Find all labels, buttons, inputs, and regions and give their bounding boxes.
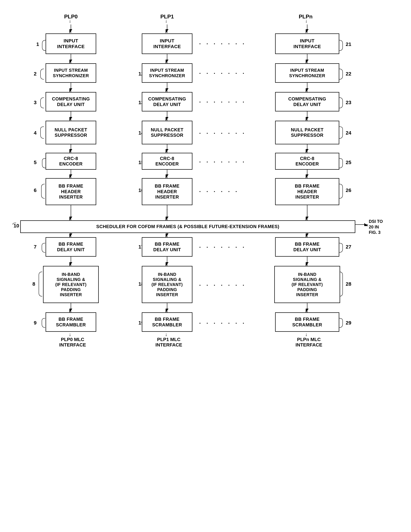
- block-input-interface-n: INPUTINTERFACE: [275, 33, 339, 54]
- mlc-label-1: PLP1 MLCINTERFACE: [145, 337, 192, 348]
- block-inband-n: IN-BANDSIGNALING &(IF RELEVANT)PADDINGIN…: [274, 266, 340, 303]
- mlc-label-0: PLP0 MLCINTERFACE: [49, 337, 96, 348]
- num-7: 7: [34, 244, 37, 250]
- num-21: 21: [346, 41, 351, 47]
- block-crc8-0: CRC-8ENCODER: [46, 153, 96, 170]
- diagram: PLP0 ↓ PLP1 ↓ PLPn ↓ 1 INPUTINTERFACE 11…: [0, 0, 411, 532]
- block-crc8-1: CRC-8ENCODER: [142, 153, 192, 170]
- block-bb-scrambler-0: BB FRAMESCRAMBLER: [46, 312, 96, 332]
- dots-r1: · · · · · · ·: [199, 40, 246, 47]
- num-6: 6: [34, 187, 37, 193]
- arrow-down-n: ↓: [305, 332, 308, 337]
- num-28: 28: [346, 281, 351, 287]
- block-inband-1: IN-BANDSIGNALING &(IF RELEVANT)PADDINGIN…: [142, 266, 192, 303]
- block-bb-header-1: BB FRAMEHEADERINSERTER: [142, 178, 192, 205]
- plp0-arrow-label: ↓: [69, 18, 71, 24]
- block-null-packet-0: NULL PACKETSUPPRESSOR: [46, 121, 96, 144]
- block-bb-delay-0: BB FRAMEDELAY UNIT: [46, 237, 96, 257]
- mlc-label-n: PLPn MLCINTERFACE: [277, 337, 341, 348]
- dots-r3: · · · · · · ·: [199, 99, 246, 105]
- num-22: 22: [346, 71, 351, 77]
- block-bb-header-0: BB FRAMEHEADERINSERTER: [46, 178, 96, 205]
- block-stream-sync-0: INPUT STREAMSYNCHRONIZER: [46, 63, 96, 83]
- block-inband-0: IN-BANDSIGNALING &(IF RELEVANT)PADDINGIN…: [43, 266, 99, 303]
- num-25: 25: [346, 160, 351, 165]
- block-null-packet-1: NULL PACKETSUPPRESSOR: [142, 121, 192, 144]
- dots-r2: · · · · · · ·: [199, 70, 246, 77]
- dots-r9: · · · · · · ·: [199, 320, 246, 326]
- num-26: 26: [346, 187, 351, 193]
- arrow-down-1: ↓: [165, 332, 168, 337]
- dots-r7: · · · · · · ·: [199, 244, 246, 251]
- block-stream-sync-n: INPUT STREAMSYNCHRONIZER: [275, 63, 339, 83]
- block-comp-delay-0: COMPENSATINGDELAY UNIT: [46, 92, 96, 111]
- dots-r4: · · · · · · ·: [199, 130, 246, 137]
- block-stream-sync-1: INPUT STREAMSYNCHRONIZER: [142, 63, 192, 83]
- block-bb-header-n: BB FRAMEHEADERINSERTER: [275, 178, 339, 205]
- num-29: 29: [346, 320, 351, 326]
- num-27: 27: [346, 244, 351, 250]
- block-scheduler: SCHEDULER FOR COFDM FRAMES (& POSSIBLE F…: [20, 220, 355, 233]
- num-1: 1: [36, 41, 39, 47]
- num-3: 3: [34, 100, 37, 105]
- dsi-label: DSI TO20 INFIG. 3: [369, 219, 383, 235]
- plpn-arrow-label: ↓: [305, 18, 308, 24]
- block-input-interface-0: INPUTINTERFACE: [46, 33, 96, 54]
- block-input-interface-1: INPUTINTERFACE: [142, 33, 192, 54]
- block-crc8-n: CRC-8ENCODER: [275, 153, 339, 170]
- block-bb-scrambler-n: BB FRAMESCRAMBLER: [275, 312, 339, 332]
- plp1-arrow-label: ↓: [165, 18, 168, 24]
- block-comp-delay-1: COMPENSATINGDELAY UNIT: [142, 92, 192, 111]
- block-null-packet-n: NULL PACKETSUPPRESSOR: [275, 121, 339, 144]
- num-2: 2: [34, 71, 37, 77]
- block-bb-delay-n: BB FRAMEDELAY UNIT: [275, 237, 339, 257]
- block-bb-delay-1: BB FRAMEDELAY UNIT: [142, 237, 192, 257]
- block-bb-scrambler-1: BB FRAMESCRAMBLER: [142, 312, 192, 332]
- num-5: 5: [34, 160, 37, 165]
- block-comp-delay-n: COMPENSATINGDELAY UNIT: [275, 92, 339, 111]
- num-24: 24: [346, 130, 351, 136]
- num-10: 10: [13, 223, 19, 228]
- num-4: 4: [34, 130, 37, 136]
- dots-r5: · · · · · · ·: [199, 159, 246, 165]
- num-23: 23: [346, 100, 351, 105]
- num-8: 8: [32, 281, 35, 287]
- dots-r8: · · · · · · ·: [199, 282, 246, 289]
- arrow-down-0: ↓: [69, 332, 71, 337]
- dots-r6: · · · · · ·: [199, 188, 239, 195]
- num-9: 9: [34, 320, 37, 326]
